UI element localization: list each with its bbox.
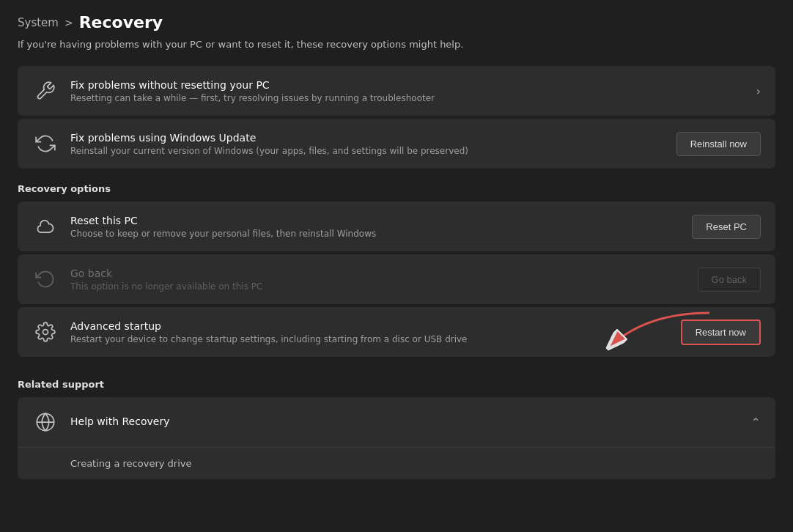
refresh-icon	[32, 130, 59, 157]
creating-recovery-drive-item[interactable]: Creating a recovery drive	[18, 447, 775, 479]
reinstall-now-button[interactable]: Reinstall now	[676, 132, 761, 156]
top-cards-group: Fix problems without resetting your PC R…	[18, 66, 775, 169]
globe-icon	[32, 409, 59, 435]
related-support-header-left: Help with Recovery	[32, 409, 169, 435]
related-support-title: Related support	[18, 379, 775, 390]
fix-windows-update-title: Fix problems using Windows Update	[70, 132, 468, 144]
go-back-button: Go back	[698, 267, 761, 292]
advanced-startup-right[interactable]: Restart now	[681, 319, 761, 345]
related-support-card: Help with Recovery ⌃ Creating a recovery…	[18, 397, 775, 479]
fix-problems-desc: Resetting can take a while — first, try …	[70, 93, 435, 103]
breadcrumb-current: Recovery	[79, 13, 163, 32]
fix-windows-update-desc: Reinstall your current version of Window…	[70, 146, 468, 156]
go-back-title: Go back	[70, 267, 262, 279]
go-back-right: Go back	[698, 267, 761, 292]
advanced-startup-desc: Restart your device to change startup se…	[70, 334, 468, 344]
recovery-cards-group: Reset this PC Choose to keep or remove y…	[18, 202, 775, 357]
help-with-recovery-title: Help with Recovery	[70, 415, 169, 427]
breadcrumb-system[interactable]: System	[18, 16, 59, 29]
cloud-icon	[32, 213, 59, 240]
related-support-header[interactable]: Help with Recovery ⌃	[18, 397, 775, 447]
advanced-startup-title: Advanced startup	[70, 320, 468, 332]
go-back-desc: This option is no longer available on th…	[70, 281, 262, 292]
wrench-icon	[32, 78, 59, 104]
fix-problems-card[interactable]: Fix problems without resetting your PC R…	[18, 66, 775, 116]
fix-problems-card-text: Fix problems without resetting your PC R…	[70, 79, 435, 103]
collapse-icon[interactable]: ⌃	[751, 415, 761, 429]
go-back-card-left: Go back This option is no longer availab…	[32, 266, 262, 292]
settings-icon	[32, 319, 59, 345]
chevron-right-icon: ›	[756, 84, 761, 98]
restart-now-button[interactable]: Restart now	[681, 319, 761, 345]
fix-windows-update-right[interactable]: Reinstall now	[676, 132, 761, 156]
page-container: System > Recovery If you're having probl…	[0, 0, 793, 492]
advanced-startup-card-left: Advanced startup Restart your device to …	[32, 319, 468, 345]
reset-pc-button[interactable]: Reset PC	[692, 215, 761, 239]
advanced-startup-card: Advanced startup Restart your device to …	[18, 307, 775, 357]
fix-problems-card-left: Fix problems without resetting your PC R…	[32, 78, 435, 104]
go-back-card-text: Go back This option is no longer availab…	[70, 267, 262, 292]
breadcrumb: System > Recovery	[18, 13, 775, 32]
page-subtitle: If you're having problems with your PC o…	[18, 39, 775, 50]
reset-pc-title: Reset this PC	[70, 215, 376, 226]
svg-point-0	[43, 330, 48, 335]
breadcrumb-separator: >	[64, 17, 73, 29]
fix-windows-update-card-left: Fix problems using Windows Update Reinst…	[32, 130, 468, 157]
fix-problems-right: ›	[756, 84, 761, 98]
reset-pc-card-text: Reset this PC Choose to keep or remove y…	[70, 215, 376, 239]
history-icon	[32, 266, 59, 292]
recovery-options-title: Recovery options	[18, 183, 775, 194]
advanced-startup-card-text: Advanced startup Restart your device to …	[70, 320, 468, 344]
go-back-card: Go back This option is no longer availab…	[18, 254, 775, 304]
fix-problems-title: Fix problems without resetting your PC	[70, 79, 435, 91]
reset-pc-desc: Choose to keep or remove your personal f…	[70, 229, 376, 239]
fix-windows-update-card: Fix problems using Windows Update Reinst…	[18, 119, 775, 169]
fix-windows-update-card-text: Fix problems using Windows Update Reinst…	[70, 132, 468, 156]
reset-pc-right[interactable]: Reset PC	[692, 215, 761, 239]
reset-pc-card: Reset this PC Choose to keep or remove y…	[18, 202, 775, 251]
reset-pc-card-left: Reset this PC Choose to keep or remove y…	[32, 213, 376, 240]
